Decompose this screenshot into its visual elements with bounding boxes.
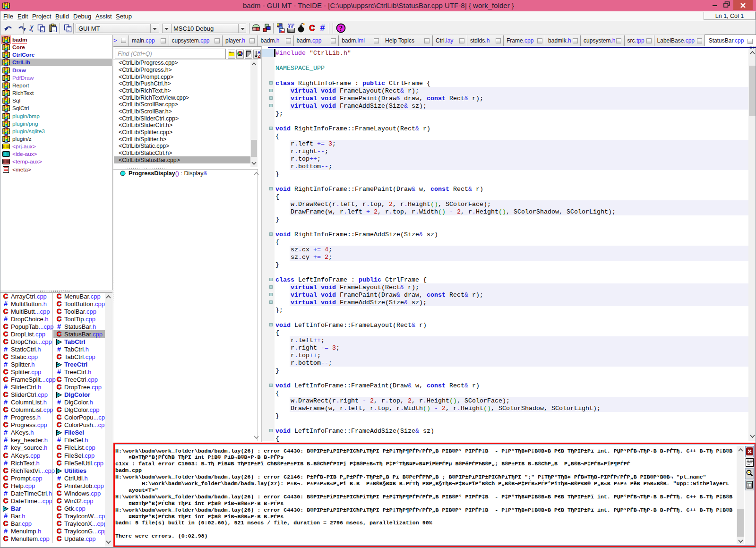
- svg-text:C: C: [3, 497, 8, 504]
- svg-text:C: C: [57, 520, 61, 527]
- svg-text:C: C: [57, 497, 61, 504]
- svg-text:C: C: [3, 293, 8, 300]
- svg-text:C: C: [3, 391, 8, 398]
- svg-text:C: C: [3, 520, 8, 527]
- svg-text:C: C: [57, 452, 61, 459]
- svg-text:#: #: [4, 399, 8, 405]
- svg-text:C: C: [309, 24, 315, 32]
- svg-text:#: #: [57, 368, 61, 375]
- svg-text:C: C: [57, 414, 61, 420]
- svg-text:C: C: [57, 421, 61, 428]
- svg-text:#: #: [4, 528, 8, 534]
- svg-text:C: C: [57, 460, 61, 466]
- svg-text:C: C: [3, 323, 8, 330]
- svg-text:C: C: [57, 513, 61, 519]
- svg-text:#: #: [320, 24, 325, 32]
- svg-text:#: #: [57, 346, 61, 352]
- svg-text:#: #: [4, 490, 8, 497]
- svg-text:C: C: [3, 452, 8, 459]
- svg-text:#: #: [4, 444, 8, 451]
- svg-text:C: C: [57, 406, 61, 413]
- svg-text:C: C: [3, 482, 8, 489]
- svg-text:#: #: [57, 323, 61, 330]
- svg-text:C: C: [3, 406, 8, 413]
- svg-text:C: C: [3, 308, 8, 315]
- svg-text:#: #: [4, 513, 8, 519]
- svg-text:C: C: [3, 467, 8, 474]
- svg-text:C: C: [57, 444, 61, 451]
- svg-text:C: C: [3, 475, 8, 481]
- svg-text:C: C: [57, 482, 61, 489]
- svg-text:C: C: [3, 368, 8, 375]
- svg-text:C: C: [57, 535, 61, 542]
- svg-text:C: C: [57, 505, 61, 512]
- svg-text:#: #: [4, 384, 8, 390]
- svg-text:C: C: [3, 421, 8, 428]
- svg-text:#: #: [4, 460, 8, 466]
- svg-text:#: #: [4, 414, 8, 420]
- svg-text:C: C: [57, 353, 61, 360]
- svg-text:C: C: [3, 535, 8, 542]
- svg-text:#: #: [4, 300, 8, 307]
- svg-text:C: C: [57, 376, 61, 383]
- svg-text:C: C: [3, 353, 8, 360]
- svg-text:C: C: [57, 300, 61, 307]
- svg-text:#: #: [57, 475, 61, 481]
- svg-text:C: C: [3, 376, 8, 383]
- svg-text:C: C: [57, 384, 61, 390]
- svg-text:#: #: [4, 346, 8, 352]
- svg-text:#: #: [4, 316, 8, 322]
- svg-text:C: C: [57, 308, 61, 315]
- svg-text:#: #: [4, 429, 8, 436]
- svg-text:C: C: [57, 331, 61, 337]
- svg-text:#: #: [4, 437, 8, 443]
- svg-text:?: ?: [339, 25, 343, 32]
- svg-text:#: #: [4, 361, 8, 368]
- svg-text:C: C: [3, 338, 8, 345]
- svg-text:C: C: [3, 331, 8, 337]
- svg-text:C: C: [57, 490, 61, 497]
- svg-text:#: #: [57, 437, 61, 443]
- svg-text:#: #: [57, 399, 61, 405]
- svg-text:C: C: [57, 316, 61, 322]
- svg-text:Z: Z: [258, 54, 260, 58]
- svg-text:C: C: [57, 293, 61, 300]
- svg-text:C: C: [57, 528, 61, 534]
